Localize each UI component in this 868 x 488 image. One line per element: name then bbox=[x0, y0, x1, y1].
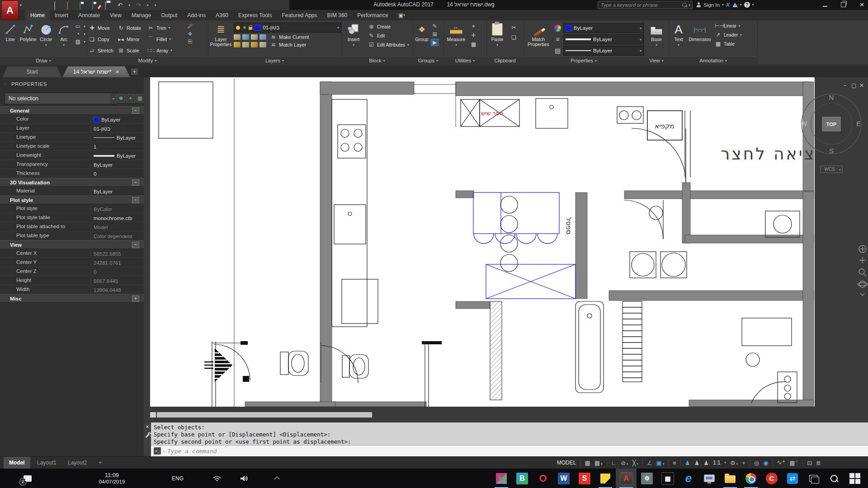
palette-header[interactable]: ⁙ PROPERTIES bbox=[0, 77, 144, 91]
section-misc[interactable]: Misc+ bbox=[0, 294, 144, 303]
taskbar-teamviewer-icon[interactable]: ⇄ bbox=[782, 469, 803, 488]
layer-on-icon[interactable] bbox=[236, 26, 240, 30]
lineweight-combo-dropdown-icon[interactable]: ▾ bbox=[640, 38, 642, 42]
search-dropdown-icon[interactable]: ▾ bbox=[689, 3, 690, 7]
taskbar-bluestacks-icon[interactable]: B bbox=[512, 469, 533, 488]
match-properties-button[interactable]: Match Properties bbox=[525, 21, 552, 47]
workspace-switching-icon[interactable]: ⚙ ▾ bbox=[730, 460, 738, 466]
a360-dropdown-icon[interactable]: ▾ bbox=[740, 3, 742, 7]
property-value[interactable]: ByLayer bbox=[90, 116, 144, 123]
command-window[interactable]: ✕ Select objects: Specify base point or … bbox=[144, 422, 868, 456]
start-button[interactable] bbox=[844, 469, 865, 488]
collapse-icon[interactable]: − bbox=[132, 242, 139, 248]
file-tab-document[interactable]: 14 ישמח ישראל*✕ bbox=[62, 66, 130, 77]
application-menu-dropdown-icon[interactable]: ▾ bbox=[20, 3, 22, 7]
cut-icon[interactable]: ✂ bbox=[510, 24, 517, 31]
customization-menu-icon[interactable]: ≣ bbox=[816, 460, 821, 466]
command-input-row[interactable]: >_ ▾ bbox=[151, 445, 868, 456]
ungroup-icon[interactable]: ✎ bbox=[431, 23, 438, 29]
section-plot-style[interactable]: Plot style− bbox=[0, 196, 144, 204]
isolate-objects-icon[interactable]: ◎ bbox=[754, 460, 759, 466]
viewport-restore-icon[interactable]: ▢ bbox=[851, 82, 856, 89]
compass-west[interactable]: W bbox=[801, 120, 807, 127]
viewport-close-icon[interactable]: ✕ bbox=[859, 82, 864, 89]
annotation-visibility-icon[interactable]: ♟ bbox=[685, 460, 690, 466]
grid-icon[interactable]: ▦ bbox=[585, 460, 590, 466]
snap-icon[interactable]: ▦ ▾ bbox=[594, 460, 603, 466]
erase-icon[interactable]: 🖉 bbox=[187, 23, 193, 29]
object-snap-icon[interactable]: ▣ ▾ bbox=[656, 460, 665, 466]
undo-dropdown-icon[interactable]: ▾ bbox=[128, 3, 130, 7]
help-icon[interactable]: ? bbox=[744, 2, 750, 8]
property-value[interactable]: 1 bbox=[90, 143, 144, 150]
hatch-tool-icon[interactable]: ▨▾ bbox=[75, 38, 85, 45]
group-selection-icon[interactable]: ▶ bbox=[431, 39, 438, 46]
line-button[interactable]: Line bbox=[2, 21, 19, 42]
selection-combo-dropdown-icon[interactable]: ▾ bbox=[110, 93, 117, 104]
help-search-box[interactable]: ▾ bbox=[598, 1, 693, 9]
panel-label-view[interactable]: View▾ bbox=[644, 56, 669, 64]
group-edit-icon[interactable]: ⊞ bbox=[431, 31, 438, 38]
lineweight-display-icon[interactable]: ≡ bbox=[673, 460, 676, 466]
tab-home[interactable]: Home bbox=[25, 10, 50, 20]
explode-icon[interactable]: ❖ bbox=[187, 31, 193, 37]
property-value[interactable]: ByLayer bbox=[90, 161, 144, 169]
property-value[interactable]: ByLayer bbox=[90, 134, 144, 141]
layer-combo-dropdown-icon[interactable]: ▾ bbox=[337, 26, 339, 30]
collapse-icon[interactable]: − bbox=[132, 108, 139, 114]
scale-button[interactable]: ⊞Scale bbox=[118, 45, 147, 56]
taskbar-file-explorer-icon[interactable] bbox=[720, 469, 741, 488]
new-drawing-tab-button[interactable]: + bbox=[131, 68, 138, 75]
autoscale-icon[interactable]: ♟ bbox=[694, 460, 700, 466]
taskbar-calculator-icon[interactable]: ▦ bbox=[657, 469, 678, 488]
measure-button[interactable]: Measure▾ bbox=[445, 21, 467, 47]
object-color-combo[interactable]: ByLayer ▾ bbox=[563, 23, 644, 33]
isometric-drafting-icon[interactable]: ╳ ▾ bbox=[632, 460, 638, 466]
tab-view[interactable]: View bbox=[105, 10, 127, 20]
dimension-button[interactable]: Dimension bbox=[688, 21, 712, 42]
paste-button[interactable]: Paste▾ bbox=[489, 21, 505, 47]
viewport-minimize-icon[interactable]: – bbox=[844, 82, 846, 89]
volume-icon[interactable] bbox=[240, 469, 250, 488]
tab-manage[interactable]: Manage bbox=[127, 10, 156, 20]
compass-east[interactable]: E bbox=[856, 120, 861, 127]
taskbar-clock[interactable]: 11:09 04/07/2019 bbox=[68, 469, 156, 488]
object-snap-tracking-icon[interactable]: ∠ bbox=[647, 460, 652, 466]
clean-screen-icon[interactable]: ⊡ bbox=[807, 460, 812, 466]
linear-dimension-button[interactable]: ⊢⊣Linear▾ bbox=[715, 23, 742, 29]
panel-label-utilities[interactable]: Utilities▾ bbox=[443, 56, 486, 64]
expand-icon[interactable]: + bbox=[132, 296, 139, 302]
command-customize-icon[interactable] bbox=[145, 433, 150, 438]
a360-icon[interactable] bbox=[732, 3, 738, 7]
tab-annotate[interactable]: Annotate bbox=[73, 10, 105, 20]
polar-tracking-icon[interactable]: ⊘ ▾ bbox=[621, 460, 628, 466]
mirror-button[interactable]: ▸◂Mirror bbox=[118, 33, 147, 45]
taskbar-3dviewer-icon[interactable]: ⚙ bbox=[637, 469, 657, 488]
search-icon[interactable] bbox=[682, 3, 687, 7]
ribbon-display-icon[interactable]: ▣ ▾ bbox=[393, 10, 410, 20]
tab-output[interactable]: Output bbox=[156, 10, 182, 20]
copy-clip-icon[interactable]: ❏ bbox=[510, 34, 517, 41]
layer-on-all-icon[interactable] bbox=[251, 42, 258, 47]
tab-bim360[interactable]: BIM 360 bbox=[322, 10, 353, 20]
trim-button[interactable]: ✂Trim▾ bbox=[147, 22, 184, 33]
hardware-acceleration-icon[interactable]: ◉ bbox=[763, 460, 768, 466]
restore-icon[interactable] bbox=[841, 2, 846, 7]
edit-block-button[interactable]: ✎Edit bbox=[368, 33, 409, 39]
wcs-dropdown-icon[interactable]: ▾ bbox=[839, 168, 841, 171]
palette-grip-icon[interactable]: ⁙ bbox=[4, 82, 8, 87]
offset-icon[interactable]: ⎘ bbox=[187, 38, 193, 45]
layer-isolate-icon[interactable] bbox=[234, 34, 241, 40]
toggle-pickadd-icon[interactable]: ⊕ bbox=[117, 94, 125, 103]
wifi-icon[interactable] bbox=[212, 469, 222, 488]
panel-label-block[interactable]: Block▾ bbox=[341, 56, 413, 64]
lineweight-combo[interactable]: ByLayer ▾ bbox=[563, 34, 644, 44]
notification-area[interactable]: 2 bbox=[24, 469, 32, 488]
sign-in-dropdown-icon[interactable]: ▾ bbox=[722, 3, 724, 7]
panel-label-groups[interactable]: Groups▾ bbox=[413, 56, 443, 64]
rotate-button[interactable]: ↻Rotate bbox=[118, 22, 147, 33]
undo-icon[interactable]: ↶ bbox=[118, 2, 123, 9]
annotation-scale-icon[interactable]: ♟ bbox=[703, 460, 709, 466]
fillet-button[interactable]: ⌒Fillet▾ bbox=[147, 33, 184, 45]
linetype-combo[interactable]: ByLayer ▾ bbox=[563, 46, 644, 56]
